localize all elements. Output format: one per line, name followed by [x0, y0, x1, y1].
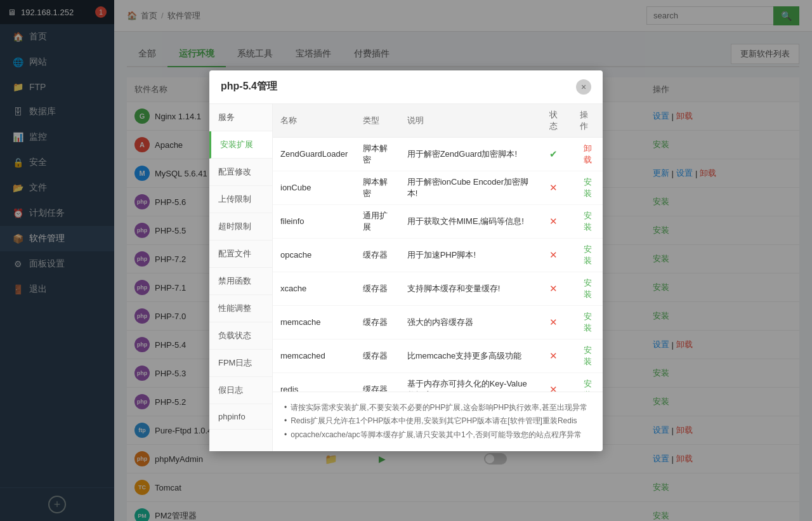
status-x-icon: ✕ — [549, 249, 558, 260]
ext-name: ZendGuardLoader — [273, 137, 355, 171]
ext-name: redis — [273, 373, 355, 392]
ext-desc: 支持脚本缓存和变量缓存! — [400, 272, 542, 305]
modal-extension-row: ZendGuardLoader脚本解密用于解密ZendGuard加密脚本!✔卸载 — [273, 137, 603, 171]
modal-sidebar: 服务安装扩展配置修改上传限制超时限制配置文件禁用函数性能调整负载状态FPM日志假… — [209, 104, 273, 451]
ext-status: ✕ — [542, 339, 572, 373]
status-x-icon: ✕ — [549, 283, 558, 294]
ext-desc: 比memcache支持更多高级功能 — [400, 339, 542, 373]
ext-desc: 用于解密ZendGuard加密脚本! — [400, 137, 542, 171]
modal-note: opcache/xcache/apc等脚本缓存扩展,请只安装其中1个,否则可能导… — [284, 428, 591, 442]
ext-install-button[interactable]: 安装 — [580, 277, 595, 300]
modal-note: 请按实际需求安装扩展,不要安装不必要的PHP扩展,这会影响PHP执行效率,甚至出… — [284, 401, 591, 415]
ext-action-cell: 卸载 — [572, 137, 603, 171]
modal-header: php-5.4管理 × — [209, 70, 603, 104]
modal-close-button[interactable]: × — [576, 79, 591, 95]
ext-install-button[interactable]: 安装 — [580, 244, 595, 267]
modal-sidebar-item[interactable]: FPM日志 — [209, 350, 272, 377]
ext-action-cell: 安装 — [572, 373, 603, 392]
ext-action-cell: 安装 — [572, 272, 603, 305]
ext-type: 缓存器 — [355, 272, 399, 305]
ext-action-cell: 安装 — [572, 339, 603, 373]
ext-install-button[interactable]: 安装 — [580, 311, 595, 334]
modal-content: 名称 类型 说明 状态 操作 ZendGuardLoader脚本解密用于解密Ze… — [273, 104, 603, 451]
status-x-icon: ✕ — [549, 216, 558, 227]
ext-type: 脚本解密 — [355, 137, 399, 171]
ext-desc: 强大的内容缓存器 — [400, 305, 542, 339]
ext-name: opcache — [273, 238, 355, 272]
ext-desc: 基于内存亦可持久化的Key-Value数据库 — [400, 373, 542, 392]
ext-type: 通用扩展 — [355, 204, 399, 238]
modal-col-type: 类型 — [355, 104, 399, 138]
modal-extension-row: redis缓存器基于内存亦可持久化的Key-Value数据库✕安装 — [273, 373, 603, 392]
ext-install-button[interactable]: 安装 — [580, 176, 595, 199]
ext-install-button[interactable]: 安装 — [580, 378, 595, 392]
ext-status: ✕ — [542, 272, 572, 305]
status-x-icon: ✕ — [549, 317, 558, 327]
modal-sidebar-item[interactable]: 假日志 — [209, 377, 272, 404]
ext-status: ✕ — [542, 305, 572, 339]
ext-action-cell: 安装 — [572, 238, 603, 272]
modal-extension-table: 名称 类型 说明 状态 操作 ZendGuardLoader脚本解密用于解密Ze… — [273, 104, 603, 392]
modal-title: php-5.4管理 — [221, 80, 277, 93]
modal-extension-row: xcache缓存器支持脚本缓存和变量缓存!✕安装 — [273, 272, 603, 305]
ext-uninstall-button[interactable]: 卸载 — [580, 143, 595, 166]
ext-type: 脚本解密 — [355, 171, 399, 204]
ext-status: ✕ — [542, 204, 572, 238]
ext-desc: 用于获取文件MIME,编码等信息! — [400, 204, 542, 238]
ext-type: 缓存器 — [355, 373, 399, 392]
modal-extension-row: ionCube脚本解密用于解密ionCube Encoder加密脚本!✕安装 — [273, 171, 603, 204]
modal: php-5.4管理 × 服务安装扩展配置修改上传限制超时限制配置文件禁用函数性能… — [209, 70, 603, 451]
ext-type: 缓存器 — [355, 339, 399, 373]
ext-action-cell: 安装 — [572, 171, 603, 204]
modal-col-status: 状态 — [542, 104, 572, 138]
ext-name: fileinfo — [273, 204, 355, 238]
status-x-icon: ✕ — [549, 350, 558, 361]
ext-name: memcached — [273, 339, 355, 373]
ext-name: xcache — [273, 272, 355, 305]
modal-extension-row: fileinfo通用扩展用于获取文件MIME,编码等信息!✕安装 — [273, 204, 603, 238]
modal-sidebar-item[interactable]: 配置修改 — [209, 159, 272, 186]
modal-col-name: 名称 — [273, 104, 355, 138]
ext-type: 缓存器 — [355, 305, 399, 339]
modal-sidebar-item[interactable]: 配置文件 — [209, 241, 272, 268]
modal-sidebar-item[interactable]: 负载状态 — [209, 322, 272, 350]
ext-status: ✕ — [542, 238, 572, 272]
modal-overlay[interactable]: php-5.4管理 × 服务安装扩展配置修改上传限制超时限制配置文件禁用函数性能… — [0, 0, 812, 521]
modal-sidebar-item[interactable]: 服务 — [209, 104, 272, 131]
ext-name: ionCube — [273, 171, 355, 204]
modal-sidebar-item[interactable]: 上传限制 — [209, 186, 272, 213]
modal-extension-row: opcache缓存器用于加速PHP脚本!✕安装 — [273, 238, 603, 272]
ext-status: ✕ — [542, 171, 572, 204]
ext-desc: 用于解密ionCube Encoder加密脚本! — [400, 171, 542, 204]
modal-sidebar-item[interactable]: 禁用函数 — [209, 268, 272, 295]
ext-status: ✔ — [542, 137, 572, 171]
modal-sidebar-item[interactable]: 安装扩展 — [209, 131, 272, 159]
modal-col-desc: 说明 — [400, 104, 542, 138]
ext-name: memcache — [273, 305, 355, 339]
ext-action-cell: 安装 — [572, 204, 603, 238]
modal-body: 服务安装扩展配置修改上传限制超时限制配置文件禁用函数性能调整负载状态FPM日志假… — [209, 104, 603, 451]
modal-footer: 请按实际需求安装扩展,不要安装不必要的PHP扩展,这会影响PHP执行效率,甚至出… — [273, 392, 603, 451]
modal-table-wrap: 名称 类型 说明 状态 操作 ZendGuardLoader脚本解密用于解密Ze… — [273, 104, 603, 392]
status-x-icon: ✕ — [549, 182, 558, 193]
modal-col-action: 操作 — [572, 104, 603, 138]
ext-install-button[interactable]: 安装 — [580, 210, 595, 233]
ext-type: 缓存器 — [355, 238, 399, 272]
ext-action-cell: 安装 — [572, 305, 603, 339]
modal-sidebar-item[interactable]: 超时限制 — [209, 213, 272, 241]
modal-extension-row: memcached缓存器比memcache支持更多高级功能✕安装 — [273, 339, 603, 373]
status-x-icon: ✕ — [549, 384, 558, 392]
ext-desc: 用于加速PHP脚本! — [400, 238, 542, 272]
modal-sidebar-item[interactable]: phpinfo — [209, 404, 272, 430]
modal-sidebar-item[interactable]: 性能调整 — [209, 295, 272, 322]
modal-note: Redis扩展只允许在1个PHP版本中使用,安装到其它PHP版本请在[软件管理]… — [284, 414, 591, 428]
ext-install-button[interactable]: 安装 — [580, 345, 595, 367]
status-check-icon: ✔ — [549, 148, 558, 159]
modal-extension-row: memcache缓存器强大的内容缓存器✕安装 — [273, 305, 603, 339]
ext-status: ✕ — [542, 373, 572, 392]
